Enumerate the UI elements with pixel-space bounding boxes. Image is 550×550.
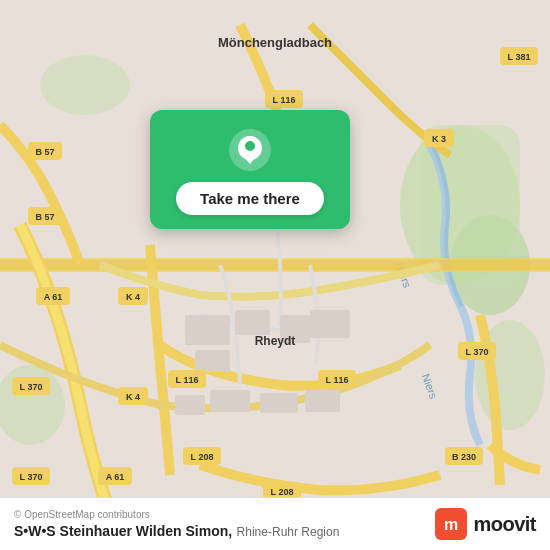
svg-rect-16: [175, 395, 205, 415]
svg-text:K 4: K 4: [126, 392, 140, 402]
bottom-left-info: © OpenStreetMap contributors S•W•S Stein…: [14, 509, 339, 540]
svg-rect-11: [185, 315, 230, 345]
moovit-brand-icon: m: [435, 508, 467, 540]
svg-text:K 4: K 4: [126, 292, 140, 302]
svg-rect-12: [235, 310, 270, 335]
svg-text:m: m: [444, 516, 458, 533]
svg-text:A 61: A 61: [44, 292, 63, 302]
moovit-logo: m moovit: [435, 508, 536, 540]
svg-rect-18: [260, 393, 298, 413]
svg-text:L 208: L 208: [271, 487, 294, 497]
svg-text:L 116: L 116: [273, 95, 296, 105]
svg-text:L 116: L 116: [326, 375, 349, 385]
location-pin-icon: [228, 128, 272, 172]
svg-text:L 116: L 116: [176, 375, 199, 385]
bottom-bar: © OpenStreetMap contributors S•W•S Stein…: [0, 497, 550, 550]
svg-point-59: [245, 141, 255, 151]
svg-text:A 61: A 61: [106, 472, 125, 482]
svg-text:B 57: B 57: [35, 147, 54, 157]
svg-text:Mönchengladbach: Mönchengladbach: [218, 35, 332, 50]
svg-text:L 370: L 370: [20, 472, 43, 482]
svg-text:L 381: L 381: [508, 52, 531, 62]
location-popup: Take me there: [150, 110, 350, 229]
copyright-text: © OpenStreetMap contributors: [14, 509, 339, 520]
svg-text:L 208: L 208: [191, 452, 214, 462]
svg-point-6: [40, 55, 130, 115]
svg-rect-15: [310, 310, 350, 338]
location-info: S•W•S Steinhauer Wilden Simon, Rhine-Ruh…: [14, 522, 339, 540]
svg-text:Rheydt: Rheydt: [255, 334, 296, 348]
svg-text:K 3: K 3: [432, 134, 446, 144]
svg-text:B 230: B 230: [452, 452, 476, 462]
location-name: S•W•S Steinhauer Wilden Simon,: [14, 523, 232, 539]
svg-rect-17: [210, 390, 250, 412]
svg-text:L 370: L 370: [20, 382, 43, 392]
map-container: Niers Niers: [0, 0, 550, 550]
svg-text:B 57: B 57: [35, 212, 54, 222]
svg-rect-19: [305, 390, 340, 412]
moovit-brand-name: moovit: [473, 513, 536, 536]
location-region: Rhine-Ruhr Region: [237, 525, 340, 539]
svg-text:L 370: L 370: [466, 347, 489, 357]
map-background: Niers Niers: [0, 0, 550, 550]
take-me-there-button[interactable]: Take me there: [176, 182, 324, 215]
svg-rect-14: [195, 350, 230, 372]
